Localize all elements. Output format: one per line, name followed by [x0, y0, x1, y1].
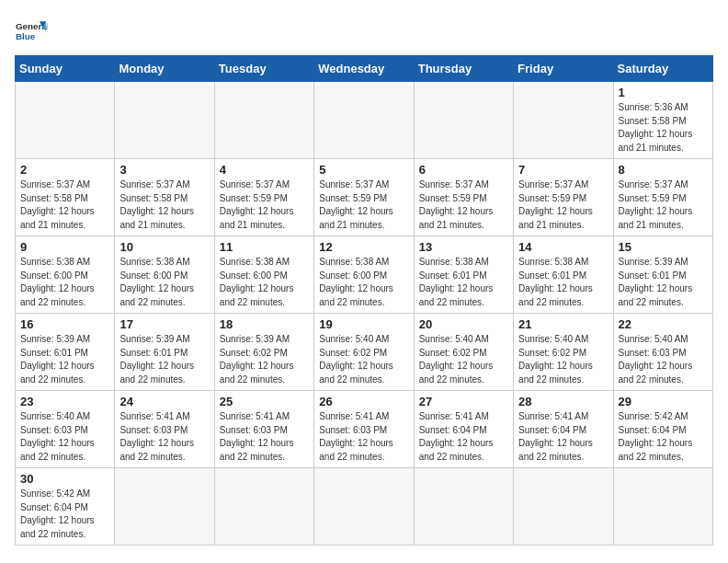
calendar-cell: [214, 468, 313, 546]
day-info: Sunrise: 5:37 AMSunset: 5:59 PMDaylight:…: [319, 178, 408, 232]
day-info: Sunrise: 5:42 AMSunset: 6:04 PMDaylight:…: [619, 410, 708, 464]
day-number: 28: [518, 395, 608, 408]
day-info: Sunrise: 5:38 AMSunset: 6:01 PMDaylight:…: [518, 256, 608, 309]
day-info: Sunrise: 5:40 AMSunset: 6:02 PMDaylight:…: [419, 333, 508, 386]
day-number: 14: [518, 240, 608, 254]
day-info: Sunrise: 5:41 AMSunset: 6:04 PMDaylight:…: [419, 410, 508, 464]
day-info: Sunrise: 5:38 AMSunset: 6:00 PMDaylight:…: [220, 256, 309, 309]
day-number: 27: [419, 395, 508, 408]
day-number: 4: [220, 163, 309, 177]
day-number: 15: [619, 240, 708, 254]
calendar-cell: 23Sunrise: 5:40 AMSunset: 6:03 PMDayligh…: [16, 391, 115, 468]
day-number: 6: [419, 163, 508, 177]
calendar-cell: 16Sunrise: 5:39 AMSunset: 6:01 PMDayligh…: [16, 314, 115, 391]
logo-icon: General Blue: [15, 15, 48, 48]
day-info: Sunrise: 5:40 AMSunset: 6:03 PMDaylight:…: [619, 333, 708, 386]
calendar-cell: 7Sunrise: 5:37 AMSunset: 5:59 PMDaylight…: [514, 159, 613, 236]
day-number: 20: [419, 317, 508, 331]
day-info: Sunrise: 5:42 AMSunset: 6:04 PMDaylight:…: [20, 488, 109, 541]
calendar-cell: 9Sunrise: 5:38 AMSunset: 6:00 PMDaylight…: [16, 236, 115, 314]
day-info: Sunrise: 5:37 AMSunset: 5:58 PMDaylight:…: [20, 178, 109, 232]
calendar-cell: [16, 82, 115, 159]
day-info: Sunrise: 5:37 AMSunset: 5:59 PMDaylight:…: [419, 178, 508, 232]
calendar-week-6: 30Sunrise: 5:42 AMSunset: 6:04 PMDayligh…: [16, 468, 713, 546]
day-header-monday: Monday: [115, 56, 214, 82]
day-info: Sunrise: 5:40 AMSunset: 6:02 PMDaylight:…: [518, 333, 608, 386]
day-number: 26: [319, 395, 408, 408]
calendar-cell: 22Sunrise: 5:40 AMSunset: 6:03 PMDayligh…: [613, 314, 712, 391]
calendar-cell: 4Sunrise: 5:37 AMSunset: 5:59 PMDaylight…: [214, 159, 313, 236]
day-info: Sunrise: 5:37 AMSunset: 5:59 PMDaylight:…: [518, 178, 608, 232]
day-info: Sunrise: 5:38 AMSunset: 6:00 PMDaylight:…: [20, 256, 109, 309]
calendar-cell: 3Sunrise: 5:37 AMSunset: 5:58 PMDaylight…: [115, 159, 214, 236]
day-number: 25: [220, 395, 309, 408]
calendar-cell: [414, 468, 513, 546]
day-number: 29: [619, 395, 708, 408]
day-header-sunday: Sunday: [16, 56, 115, 82]
calendar-cell: 29Sunrise: 5:42 AMSunset: 6:04 PMDayligh…: [613, 391, 712, 468]
calendar-week-3: 9Sunrise: 5:38 AMSunset: 6:00 PMDaylight…: [16, 236, 713, 314]
calendar-cell: 20Sunrise: 5:40 AMSunset: 6:02 PMDayligh…: [414, 314, 513, 391]
calendar-week-1: 1Sunrise: 5:36 AMSunset: 5:58 PMDaylight…: [16, 82, 713, 159]
calendar-cell: 11Sunrise: 5:38 AMSunset: 6:00 PMDayligh…: [214, 236, 313, 314]
day-number: 10: [119, 240, 209, 254]
calendar-cell: 5Sunrise: 5:37 AMSunset: 5:59 PMDaylight…: [314, 159, 414, 236]
calendar-cell: 30Sunrise: 5:42 AMSunset: 6:04 PMDayligh…: [16, 468, 115, 546]
day-number: 18: [220, 317, 309, 331]
calendar-cell: 14Sunrise: 5:38 AMSunset: 6:01 PMDayligh…: [514, 236, 613, 314]
calendar-cell: [514, 468, 613, 546]
day-info: Sunrise: 5:36 AMSunset: 5:58 PMDaylight:…: [619, 101, 708, 155]
day-number: 30: [20, 472, 109, 486]
day-number: 11: [220, 240, 309, 254]
day-number: 7: [518, 163, 608, 177]
day-number: 21: [518, 317, 608, 331]
day-number: 9: [20, 240, 109, 254]
calendar-week-5: 23Sunrise: 5:40 AMSunset: 6:03 PMDayligh…: [16, 391, 713, 468]
calendar-cell: 15Sunrise: 5:39 AMSunset: 6:01 PMDayligh…: [613, 236, 712, 314]
calendar-cell: [613, 468, 712, 546]
day-info: Sunrise: 5:39 AMSunset: 6:01 PMDaylight:…: [119, 333, 209, 386]
day-info: Sunrise: 5:39 AMSunset: 6:02 PMDaylight:…: [220, 333, 309, 386]
day-number: 12: [319, 240, 408, 254]
calendar-week-2: 2Sunrise: 5:37 AMSunset: 5:58 PMDaylight…: [16, 159, 713, 236]
calendar-table: SundayMondayTuesdayWednesdayThursdayFrid…: [15, 55, 713, 546]
page-header: General Blue: [15, 15, 713, 48]
calendar-cell: [414, 82, 513, 159]
calendar-cell: 8Sunrise: 5:37 AMSunset: 5:59 PMDaylight…: [613, 159, 712, 236]
calendar-cell: 25Sunrise: 5:41 AMSunset: 6:03 PMDayligh…: [214, 391, 313, 468]
day-header-wednesday: Wednesday: [314, 56, 414, 82]
day-info: Sunrise: 5:41 AMSunset: 6:03 PMDaylight:…: [220, 410, 309, 464]
day-number: 3: [119, 163, 209, 177]
day-info: Sunrise: 5:39 AMSunset: 6:01 PMDaylight:…: [20, 333, 109, 386]
day-info: Sunrise: 5:41 AMSunset: 6:03 PMDaylight:…: [119, 410, 209, 464]
calendar-cell: 6Sunrise: 5:37 AMSunset: 5:59 PMDaylight…: [414, 159, 513, 236]
day-header-tuesday: Tuesday: [214, 56, 313, 82]
day-header-saturday: Saturday: [613, 56, 712, 82]
day-number: 24: [119, 395, 209, 408]
calendar-cell: 26Sunrise: 5:41 AMSunset: 6:03 PMDayligh…: [314, 391, 414, 468]
svg-text:Blue: Blue: [16, 31, 36, 41]
day-number: 1: [619, 86, 708, 99]
day-number: 2: [20, 163, 109, 177]
day-header-friday: Friday: [514, 56, 613, 82]
calendar-cell: 17Sunrise: 5:39 AMSunset: 6:01 PMDayligh…: [115, 314, 214, 391]
calendar-cell: [115, 468, 214, 546]
calendar-cell: 13Sunrise: 5:38 AMSunset: 6:01 PMDayligh…: [414, 236, 513, 314]
calendar-cell: 19Sunrise: 5:40 AMSunset: 6:02 PMDayligh…: [314, 314, 414, 391]
day-info: Sunrise: 5:37 AMSunset: 5:59 PMDaylight:…: [220, 178, 309, 232]
day-info: Sunrise: 5:41 AMSunset: 6:03 PMDaylight:…: [319, 410, 408, 464]
calendar-cell: [314, 82, 414, 159]
day-info: Sunrise: 5:37 AMSunset: 5:58 PMDaylight:…: [119, 178, 209, 232]
calendar-cell: 18Sunrise: 5:39 AMSunset: 6:02 PMDayligh…: [214, 314, 313, 391]
calendar-cell: [514, 82, 613, 159]
calendar-cell: 21Sunrise: 5:40 AMSunset: 6:02 PMDayligh…: [514, 314, 613, 391]
day-number: 5: [319, 163, 408, 177]
calendar-cell: 27Sunrise: 5:41 AMSunset: 6:04 PMDayligh…: [414, 391, 513, 468]
calendar-cell: 10Sunrise: 5:38 AMSunset: 6:00 PMDayligh…: [115, 236, 214, 314]
day-info: Sunrise: 5:37 AMSunset: 5:59 PMDaylight:…: [619, 178, 708, 232]
day-info: Sunrise: 5:38 AMSunset: 6:01 PMDaylight:…: [419, 256, 508, 309]
calendar-cell: [115, 82, 214, 159]
calendar-cell: 12Sunrise: 5:38 AMSunset: 6:00 PMDayligh…: [314, 236, 414, 314]
calendar-cell: 2Sunrise: 5:37 AMSunset: 5:58 PMDaylight…: [16, 159, 115, 236]
calendar-cell: 28Sunrise: 5:41 AMSunset: 6:04 PMDayligh…: [514, 391, 613, 468]
